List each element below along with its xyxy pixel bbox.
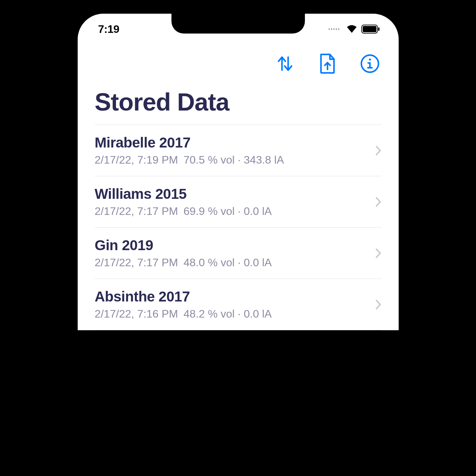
wifi-icon bbox=[346, 25, 358, 34]
phone-frame: 7:19 bbox=[78, 14, 399, 330]
list-item-content: Mirabelle 2017 2/17/22, 7:19 PM70.5 % vo… bbox=[95, 134, 284, 166]
chevron-right-icon bbox=[375, 248, 382, 258]
data-list: Mirabelle 2017 2/17/22, 7:19 PM70.5 % vo… bbox=[95, 125, 382, 330]
list-item-content: Williams 2015 2/17/22, 7:17 PM69.9 % vol… bbox=[95, 186, 272, 218]
info-circle-icon bbox=[360, 54, 380, 74]
toolbar bbox=[78, 41, 399, 81]
list-item-subtitle: 2/17/22, 7:17 PM69.9 % vol · 0.0 lA bbox=[95, 205, 272, 218]
list-item-title: Mirabelle 2017 bbox=[95, 134, 284, 151]
info-button[interactable] bbox=[360, 54, 380, 74]
list-item-title: Absinthe 2017 bbox=[95, 288, 272, 305]
list-item[interactable]: Absinthe 2017 2/17/22, 7:16 PM48.2 % vol… bbox=[95, 279, 382, 330]
list-item-title: Gin 2019 bbox=[95, 237, 272, 254]
list-item-content: Gin 2019 2/17/22, 7:17 PM48.0 % vol · 0.… bbox=[95, 237, 272, 269]
list-item-title: Williams 2015 bbox=[95, 186, 272, 202]
svg-rect-2 bbox=[378, 27, 379, 31]
battery-icon bbox=[361, 25, 380, 34]
svg-point-4 bbox=[369, 59, 371, 61]
sort-button[interactable] bbox=[275, 54, 295, 74]
list-item-metrics: 48.2 % vol · 0.0 lA bbox=[183, 308, 272, 320]
chevron-right-icon bbox=[375, 299, 382, 310]
page-title: Stored Data bbox=[78, 81, 399, 125]
list-item[interactable]: Williams 2015 2/17/22, 7:17 PM69.9 % vol… bbox=[95, 176, 382, 228]
list-item-timestamp: 2/17/22, 7:17 PM bbox=[95, 205, 178, 217]
status-time: 7:19 bbox=[98, 23, 119, 36]
list-item-subtitle: 2/17/22, 7:17 PM48.0 % vol · 0.0 lA bbox=[95, 256, 272, 269]
sort-arrows-icon bbox=[275, 54, 295, 74]
list-item-timestamp: 2/17/22, 7:16 PM bbox=[95, 308, 178, 320]
svg-rect-1 bbox=[363, 26, 376, 32]
list-item-content: Absinthe 2017 2/17/22, 7:16 PM48.2 % vol… bbox=[95, 288, 272, 320]
list-item-subtitle: 2/17/22, 7:16 PM48.2 % vol · 0.0 lA bbox=[95, 308, 272, 320]
phone-notch bbox=[171, 14, 305, 34]
export-button[interactable] bbox=[319, 53, 336, 74]
list-item-metrics: 48.0 % vol · 0.0 lA bbox=[183, 256, 272, 269]
cellular-dots-icon bbox=[329, 28, 339, 30]
status-indicators bbox=[329, 25, 380, 34]
list-item-timestamp: 2/17/22, 7:19 PM bbox=[95, 154, 178, 166]
list-item-metrics: 70.5 % vol · 343.8 lA bbox=[183, 154, 284, 166]
chevron-right-icon bbox=[375, 145, 382, 156]
list-item-metrics: 69.9 % vol · 0.0 lA bbox=[183, 205, 272, 217]
list-item-subtitle: 2/17/22, 7:19 PM70.5 % vol · 343.8 lA bbox=[95, 154, 284, 166]
list-item[interactable]: Mirabelle 2017 2/17/22, 7:19 PM70.5 % vo… bbox=[95, 125, 382, 176]
chevron-right-icon bbox=[375, 197, 382, 207]
list-item[interactable]: Gin 2019 2/17/22, 7:17 PM48.0 % vol · 0.… bbox=[95, 228, 382, 279]
list-item-timestamp: 2/17/22, 7:17 PM bbox=[95, 256, 178, 269]
file-upload-icon bbox=[319, 53, 336, 74]
